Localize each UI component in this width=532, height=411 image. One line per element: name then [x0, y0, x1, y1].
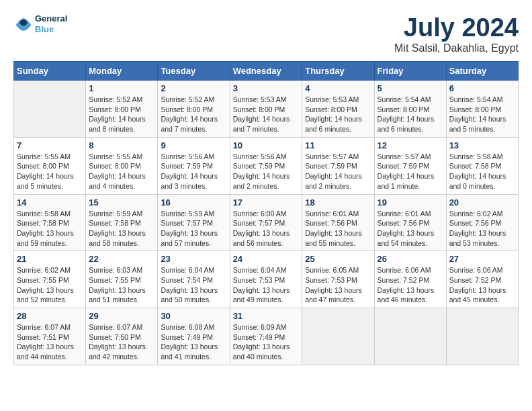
day-number: 16 — [161, 197, 226, 208]
day-info: Sunrise: 6:09 AM Sunset: 7:49 PM Dayligh… — [233, 322, 300, 362]
day-info: Sunrise: 6:04 AM Sunset: 7:54 PM Dayligh… — [161, 265, 226, 305]
calendar-cell: 17Sunrise: 6:00 AM Sunset: 7:57 PM Dayli… — [230, 194, 302, 251]
day-info: Sunrise: 6:07 AM Sunset: 7:50 PM Dayligh… — [89, 322, 154, 362]
calendar-cell: 31Sunrise: 6:09 AM Sunset: 7:49 PM Dayli… — [230, 308, 302, 365]
day-number: 2 — [161, 83, 226, 93]
day-number: 22 — [89, 254, 154, 264]
day-number: 21 — [17, 254, 83, 264]
calendar-cell: 28Sunrise: 6:07 AM Sunset: 7:51 PM Dayli… — [14, 308, 86, 365]
logo: General Blue — [13, 13, 67, 34]
day-info: Sunrise: 5:54 AM Sunset: 8:00 PM Dayligh… — [449, 95, 515, 134]
logo-line1: General — [35, 13, 67, 24]
day-number: 17 — [233, 197, 300, 208]
day-info: Sunrise: 6:00 AM Sunset: 7:57 PM Dayligh… — [233, 209, 300, 248]
day-number: 10 — [233, 140, 300, 150]
day-info: Sunrise: 5:53 AM Sunset: 8:00 PM Dayligh… — [305, 95, 371, 134]
day-info: Sunrise: 6:03 AM Sunset: 7:55 PM Dayligh… — [89, 265, 154, 305]
calendar-week-row: 1Sunrise: 5:52 AM Sunset: 8:00 PM Daylig… — [14, 81, 519, 138]
calendar-week-row: 21Sunrise: 6:02 AM Sunset: 7:55 PM Dayli… — [14, 251, 519, 308]
day-of-week-header: Sunday — [14, 62, 86, 81]
day-number: 26 — [378, 254, 443, 264]
day-info: Sunrise: 5:59 AM Sunset: 7:57 PM Dayligh… — [161, 209, 226, 248]
calendar-cell — [446, 308, 518, 365]
calendar-cell: 26Sunrise: 6:06 AM Sunset: 7:52 PM Dayli… — [374, 251, 446, 308]
day-info: Sunrise: 5:52 AM Sunset: 8:00 PM Dayligh… — [89, 95, 154, 134]
day-of-week-header: Thursday — [302, 62, 374, 81]
calendar-cell: 19Sunrise: 6:01 AM Sunset: 7:56 PM Dayli… — [374, 194, 446, 251]
day-info: Sunrise: 5:57 AM Sunset: 7:59 PM Dayligh… — [378, 152, 443, 191]
day-info: Sunrise: 6:08 AM Sunset: 7:49 PM Dayligh… — [161, 322, 226, 362]
day-number: 28 — [17, 311, 83, 321]
logo-line2: Blue — [35, 24, 67, 35]
month-year: July 2024 — [394, 13, 519, 42]
day-info: Sunrise: 5:58 AM Sunset: 7:58 PM Dayligh… — [17, 209, 83, 248]
calendar-cell: 16Sunrise: 5:59 AM Sunset: 7:57 PM Dayli… — [158, 194, 230, 251]
calendar-cell: 24Sunrise: 6:04 AM Sunset: 7:53 PM Dayli… — [230, 251, 302, 308]
calendar-cell: 7Sunrise: 5:55 AM Sunset: 8:00 PM Daylig… — [14, 137, 86, 194]
calendar-week-row: 14Sunrise: 5:58 AM Sunset: 7:58 PM Dayli… — [14, 194, 519, 251]
day-number: 24 — [233, 254, 300, 264]
day-number: 6 — [449, 83, 515, 93]
day-number: 18 — [305, 197, 371, 208]
day-number: 19 — [378, 197, 443, 208]
day-number: 7 — [17, 140, 83, 150]
day-info: Sunrise: 6:06 AM Sunset: 7:52 PM Dayligh… — [449, 265, 515, 305]
calendar-cell: 18Sunrise: 6:01 AM Sunset: 7:56 PM Dayli… — [302, 194, 374, 251]
day-number: 5 — [378, 83, 443, 93]
calendar-cell: 27Sunrise: 6:06 AM Sunset: 7:52 PM Dayli… — [446, 251, 518, 308]
day-of-week-header: Monday — [86, 62, 158, 81]
calendar-cell: 9Sunrise: 5:56 AM Sunset: 7:59 PM Daylig… — [158, 137, 230, 194]
calendar-cell — [14, 81, 86, 138]
location: Mit Salsil, Dakahlia, Egypt — [394, 42, 519, 54]
day-info: Sunrise: 6:07 AM Sunset: 7:51 PM Dayligh… — [17, 322, 83, 362]
day-number: 29 — [89, 311, 154, 321]
day-number: 15 — [89, 197, 154, 208]
day-number: 1 — [89, 83, 154, 93]
calendar-cell: 22Sunrise: 6:03 AM Sunset: 7:55 PM Dayli… — [86, 251, 158, 308]
logo-icon — [13, 14, 34, 34]
calendar-cell: 3Sunrise: 5:53 AM Sunset: 8:00 PM Daylig… — [230, 81, 302, 138]
calendar-cell: 10Sunrise: 5:56 AM Sunset: 7:59 PM Dayli… — [230, 137, 302, 194]
day-number: 9 — [161, 140, 226, 150]
calendar-cell: 20Sunrise: 6:02 AM Sunset: 7:56 PM Dayli… — [446, 194, 518, 251]
calendar-cell — [374, 308, 446, 365]
day-number: 4 — [305, 83, 371, 93]
calendar-header-row: SundayMondayTuesdayWednesdayThursdayFrid… — [14, 62, 519, 81]
calendar-cell: 30Sunrise: 6:08 AM Sunset: 7:49 PM Dayli… — [158, 308, 230, 365]
day-of-week-header: Friday — [374, 62, 446, 81]
title-block: July 2024 Mit Salsil, Dakahlia, Egypt — [394, 13, 519, 54]
day-info: Sunrise: 5:54 AM Sunset: 8:00 PM Dayligh… — [378, 95, 443, 134]
day-info: Sunrise: 5:58 AM Sunset: 7:58 PM Dayligh… — [449, 152, 515, 191]
day-number: 12 — [378, 140, 443, 150]
calendar-week-row: 28Sunrise: 6:07 AM Sunset: 7:51 PM Dayli… — [14, 308, 519, 365]
day-info: Sunrise: 5:57 AM Sunset: 7:59 PM Dayligh… — [305, 152, 371, 191]
calendar-cell: 5Sunrise: 5:54 AM Sunset: 8:00 PM Daylig… — [374, 81, 446, 138]
calendar-cell: 4Sunrise: 5:53 AM Sunset: 8:00 PM Daylig… — [302, 81, 374, 138]
day-info: Sunrise: 5:56 AM Sunset: 7:59 PM Dayligh… — [233, 152, 300, 191]
calendar-cell: 23Sunrise: 6:04 AM Sunset: 7:54 PM Dayli… — [158, 251, 230, 308]
calendar-cell: 29Sunrise: 6:07 AM Sunset: 7:50 PM Dayli… — [86, 308, 158, 365]
day-info: Sunrise: 5:53 AM Sunset: 8:00 PM Dayligh… — [233, 95, 300, 134]
day-info: Sunrise: 6:05 AM Sunset: 7:53 PM Dayligh… — [305, 265, 371, 305]
day-info: Sunrise: 6:01 AM Sunset: 7:56 PM Dayligh… — [305, 209, 371, 248]
calendar-cell — [302, 308, 374, 365]
day-number: 8 — [89, 140, 154, 150]
day-number: 13 — [449, 140, 515, 150]
calendar-cell: 8Sunrise: 5:55 AM Sunset: 8:00 PM Daylig… — [86, 137, 158, 194]
calendar-cell: 12Sunrise: 5:57 AM Sunset: 7:59 PM Dayli… — [374, 137, 446, 194]
day-of-week-header: Tuesday — [158, 62, 230, 81]
calendar-cell: 1Sunrise: 5:52 AM Sunset: 8:00 PM Daylig… — [86, 81, 158, 138]
day-info: Sunrise: 5:52 AM Sunset: 8:00 PM Dayligh… — [161, 95, 226, 134]
calendar-cell: 25Sunrise: 6:05 AM Sunset: 7:53 PM Dayli… — [302, 251, 374, 308]
day-info: Sunrise: 6:02 AM Sunset: 7:55 PM Dayligh… — [17, 265, 83, 305]
day-number: 11 — [305, 140, 371, 150]
day-number: 14 — [17, 197, 83, 208]
calendar-cell: 14Sunrise: 5:58 AM Sunset: 7:58 PM Dayli… — [14, 194, 86, 251]
day-number: 23 — [161, 254, 226, 264]
day-info: Sunrise: 5:59 AM Sunset: 7:58 PM Dayligh… — [89, 209, 154, 248]
calendar-cell: 21Sunrise: 6:02 AM Sunset: 7:55 PM Dayli… — [14, 251, 86, 308]
day-info: Sunrise: 6:04 AM Sunset: 7:53 PM Dayligh… — [233, 265, 300, 305]
day-info: Sunrise: 6:06 AM Sunset: 7:52 PM Dayligh… — [378, 265, 443, 305]
calendar-cell: 2Sunrise: 5:52 AM Sunset: 8:00 PM Daylig… — [158, 81, 230, 138]
calendar-table: SundayMondayTuesdayWednesdayThursdayFrid… — [13, 61, 519, 365]
